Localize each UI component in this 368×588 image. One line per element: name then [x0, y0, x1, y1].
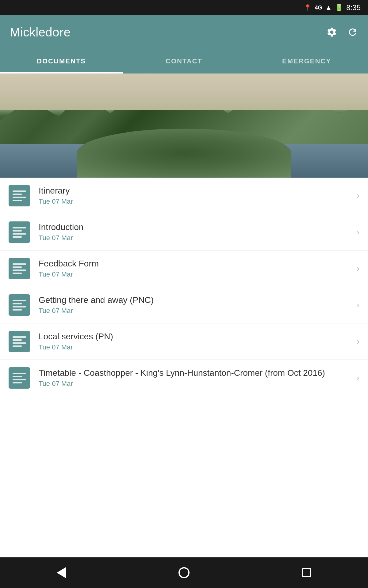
doc-info: Local services (PN) Tue 07 Mar — [39, 332, 353, 351]
tab-emergency[interactable]: EMERGENCY — [245, 49, 368, 74]
chevron-right-icon: › — [357, 373, 359, 383]
doc-icon — [9, 185, 30, 206]
list-item[interactable]: Feedback Form Tue 07 Mar › — [0, 251, 368, 287]
list-item[interactable]: Getting there and away (PNC) Tue 07 Mar … — [0, 287, 368, 323]
tab-contact[interactable]: CONTACT — [123, 49, 245, 74]
chevron-right-icon: › — [357, 227, 359, 237]
doc-date: Tue 07 Mar — [39, 234, 353, 242]
tab-bar: DOCUMENTS CONTACT EMERGENCY — [0, 49, 368, 74]
doc-date: Tue 07 Mar — [39, 307, 353, 315]
doc-date: Tue 07 Mar — [39, 270, 353, 278]
doc-icon — [9, 221, 30, 243]
hero-image — [0, 74, 368, 178]
doc-date: Tue 07 Mar — [39, 380, 353, 388]
recents-button[interactable] — [297, 564, 316, 582]
bottom-nav — [0, 557, 368, 588]
home-icon — [178, 567, 190, 578]
list-item[interactable]: Local services (PN) Tue 07 Mar › — [0, 323, 368, 360]
status-bar: 📍 4G ▲ 🔋 8:35 — [0, 0, 368, 15]
doc-title: Local services (PN) — [39, 332, 353, 341]
doc-icon — [9, 258, 30, 279]
chevron-right-icon: › — [357, 300, 359, 310]
recents-icon — [302, 568, 311, 577]
tab-documents[interactable]: DOCUMENTS — [0, 49, 123, 74]
chevron-right-icon: › — [357, 264, 359, 273]
refresh-button[interactable] — [347, 27, 358, 38]
app-bar-actions — [326, 27, 358, 38]
doc-icon — [9, 331, 30, 352]
doc-icon — [9, 367, 30, 389]
doc-info: Getting there and away (PNC) Tue 07 Mar — [39, 295, 353, 315]
doc-title: Feedback Form — [39, 259, 353, 269]
app-bar: Mickledore — [0, 15, 368, 49]
doc-date: Tue 07 Mar — [39, 198, 353, 205]
list-item[interactable]: Timetable - Coasthopper - King's Lynn-Hu… — [0, 360, 368, 396]
refresh-icon — [347, 27, 358, 38]
back-icon — [57, 567, 66, 578]
network-icon: 4G — [315, 5, 322, 11]
doc-icon — [9, 294, 30, 316]
doc-info: Feedback Form Tue 07 Mar — [39, 259, 353, 278]
doc-info: Introduction Tue 07 Mar — [39, 222, 353, 242]
documents-list: Itinerary Tue 07 Mar › Introduction Tue … — [0, 178, 368, 557]
list-item[interactable]: Itinerary Tue 07 Mar › — [0, 178, 368, 214]
doc-title: Itinerary — [39, 186, 353, 196]
hero-sky — [0, 74, 368, 110]
signal-icon: ▲ — [325, 4, 332, 12]
gear-icon — [326, 27, 337, 38]
settings-button[interactable] — [326, 27, 337, 38]
home-button[interactable] — [175, 564, 193, 582]
doc-info: Timetable - Coasthopper - King's Lynn-Hu… — [39, 368, 353, 388]
hero-water — [0, 144, 368, 178]
location-icon: 📍 — [304, 4, 312, 11]
app-title: Mickledore — [10, 25, 71, 39]
doc-title: Getting there and away (PNC) — [39, 295, 353, 305]
doc-title: Timetable - Coasthopper - King's Lynn-Hu… — [39, 368, 353, 378]
doc-date: Tue 07 Mar — [39, 343, 353, 351]
doc-title: Introduction — [39, 222, 353, 232]
doc-info: Itinerary Tue 07 Mar — [39, 186, 353, 205]
list-item[interactable]: Introduction Tue 07 Mar › — [0, 214, 368, 251]
back-button[interactable] — [52, 564, 71, 582]
status-icons: 📍 4G ▲ 🔋 8:35 — [304, 3, 361, 12]
status-time: 8:35 — [346, 3, 361, 12]
battery-icon: 🔋 — [335, 4, 343, 12]
chevron-right-icon: › — [357, 191, 359, 201]
chevron-right-icon: › — [357, 337, 359, 346]
